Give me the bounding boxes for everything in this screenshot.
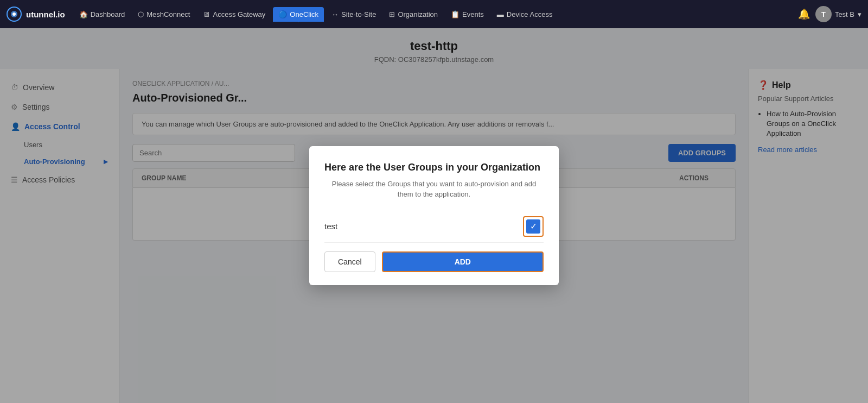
modal-user-groups: Here are the User Groups in your Organiz… xyxy=(309,146,559,285)
nav-active-indicator xyxy=(294,18,303,22)
modal-title: Here are the User Groups in your Organiz… xyxy=(324,161,544,174)
nav-organization[interactable]: ⊞ Organization xyxy=(384,7,443,22)
svg-point-2 xyxy=(12,12,16,16)
main-wrapper: test-http FQDN: OC3078257kfpb.utnstage.c… xyxy=(0,28,868,403)
app-logo[interactable]: utunnel.io xyxy=(7,7,65,22)
nav-site-to-site[interactable]: ↔ Site-to-Site xyxy=(326,7,381,22)
events-icon: 📋 xyxy=(451,10,459,18)
site-to-site-icon: ↔ xyxy=(331,10,339,18)
access-gateway-icon: 🖥 xyxy=(203,10,210,18)
chevron-down-icon: ▾ xyxy=(858,10,861,18)
avatar: T xyxy=(815,6,832,22)
add-button[interactable]: ADD xyxy=(382,251,544,272)
nav-dashboard[interactable]: 🏠 Dashboard xyxy=(74,7,131,22)
nav-meshconnect[interactable]: ⬡ MeshConnect xyxy=(132,7,195,22)
nav-right-controls: 🔔 T Test B ▾ xyxy=(798,6,861,22)
nav-access-gateway[interactable]: 🖥 Access Gateway xyxy=(197,7,271,22)
notifications-button[interactable]: 🔔 xyxy=(798,8,810,20)
modal-group-row: test ✓ xyxy=(324,211,544,243)
nav-oneclick[interactable]: 🔵 OneClick xyxy=(273,7,324,22)
group-checkbox-wrapper[interactable]: ✓ xyxy=(523,216,544,237)
user-menu-button[interactable]: T Test B ▾ xyxy=(815,6,861,22)
cancel-button[interactable]: Cancel xyxy=(324,251,375,272)
modal-group-name: test xyxy=(324,222,337,231)
organization-icon: ⊞ xyxy=(389,10,395,18)
meshconnect-icon: ⬡ xyxy=(138,10,144,18)
top-navigation: utunnel.io 🏠 Dashboard ⬡ MeshConnect 🖥 A… xyxy=(0,0,868,28)
modal-actions: Cancel ADD xyxy=(324,251,544,272)
oneclick-icon: 🔵 xyxy=(278,10,287,18)
modal-description: Please select the Groups that you want t… xyxy=(324,179,544,200)
device-access-icon: ▬ xyxy=(497,10,504,18)
nav-device-access[interactable]: ▬ Device Access xyxy=(492,7,558,22)
logo-text: utunnel.io xyxy=(26,10,65,19)
group-checkbox[interactable]: ✓ xyxy=(526,219,540,234)
dashboard-icon: 🏠 xyxy=(79,10,88,18)
nav-events[interactable]: 📋 Events xyxy=(445,7,489,22)
modal-overlay: Here are the User Groups in your Organiz… xyxy=(0,28,868,403)
